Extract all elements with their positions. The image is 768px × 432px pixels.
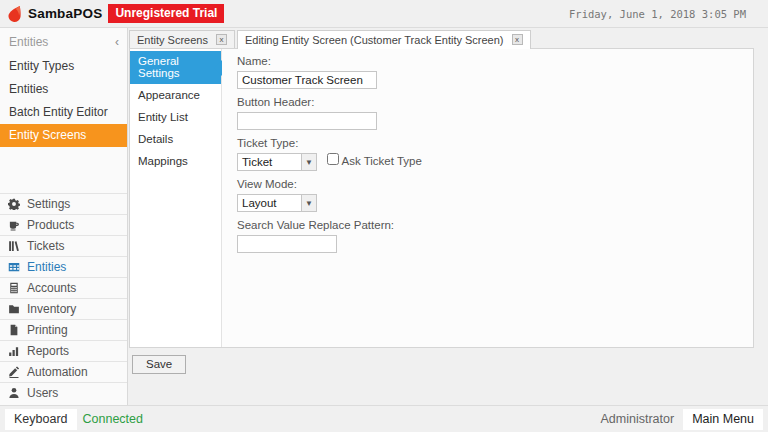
- name-label: Name:: [237, 55, 738, 67]
- ask-ticket-type-option[interactable]: Ask Ticket Type: [327, 153, 422, 167]
- sidebar-menu-label: Printing: [27, 323, 68, 337]
- general-settings-form: Name: Button Header: Ticket Type: Ticket…: [222, 49, 753, 347]
- title-bar: SambaPOS Unregistered Trial Friday, June…: [0, 0, 768, 28]
- person-icon: [8, 387, 20, 399]
- editor-nav-appearance[interactable]: Appearance: [130, 85, 221, 106]
- sidebar-menu-label: Settings: [27, 197, 70, 211]
- bar-chart-icon: [8, 345, 20, 357]
- tab-label: Editing Entity Screen (Customer Track En…: [245, 34, 504, 46]
- tab-entity-screens[interactable]: Entity Screens x: [129, 30, 235, 48]
- save-button[interactable]: Save: [132, 355, 186, 374]
- sidebar: Entities ‹ Entity Types Entities Batch E…: [0, 28, 128, 405]
- sidebar-menu-label: Products: [27, 218, 74, 232]
- sidebar-menu-accounts[interactable]: Accounts: [0, 277, 127, 298]
- tab-editing-entity-screen[interactable]: Editing Entity Screen (Customer Track En…: [237, 30, 531, 49]
- folder-icon: [8, 303, 20, 315]
- main-body: Entities ‹ Entity Types Entities Batch E…: [0, 28, 768, 405]
- editor-nav-general-settings[interactable]: General Settings: [130, 51, 221, 84]
- trial-badge: Unregistered Trial: [108, 4, 224, 23]
- sidebar-menu-users[interactable]: Users: [0, 382, 127, 403]
- ticket-type-select[interactable]: Ticket ▼: [237, 153, 317, 171]
- app-title: SambaPOS: [28, 6, 102, 21]
- editor-nav-entity-list[interactable]: Entity List: [130, 107, 221, 128]
- main-content: Entity Screens x Editing Entity Screen (…: [128, 28, 768, 405]
- ask-ticket-type-label: Ask Ticket Type: [342, 155, 422, 167]
- books-icon: [8, 240, 20, 252]
- sidebar-menu-inventory[interactable]: Inventory: [0, 298, 127, 319]
- tab-bar: Entity Screens x Editing Entity Screen (…: [129, 30, 754, 48]
- pencil-icon: [8, 366, 20, 378]
- gear-icon: [8, 198, 20, 210]
- sidebar-item-entity-screens[interactable]: Entity Screens: [0, 124, 127, 147]
- sidebar-menu-automation[interactable]: Automation: [0, 361, 127, 382]
- ask-ticket-type-checkbox[interactable]: [327, 153, 339, 165]
- app-window: SambaPOS Unregistered Trial Friday, June…: [0, 0, 768, 432]
- name-input[interactable]: [237, 71, 377, 89]
- sidebar-menu-reports[interactable]: Reports: [0, 340, 127, 361]
- sidebar-menu-entities[interactable]: Entities: [0, 256, 127, 277]
- calculator-icon: [8, 282, 20, 294]
- button-header-label: Button Header:: [237, 96, 738, 108]
- chevron-down-icon[interactable]: ▼: [301, 154, 316, 170]
- connection-status: Connected: [83, 412, 143, 426]
- sidebar-main-menu: Settings Products Tickets Entities Accou…: [0, 193, 127, 403]
- status-bar: Keyboard Connected Administrator Main Me…: [0, 405, 768, 432]
- editor-nav: General Settings Appearance Entity List …: [130, 49, 222, 347]
- view-mode-select[interactable]: Layout ▼: [237, 194, 317, 212]
- sidebar-menu-label: Accounts: [27, 281, 76, 295]
- datetime-label: Friday, June 1, 2018 3:05 PM: [569, 8, 746, 20]
- sidebar-menu-label: Users: [27, 386, 58, 400]
- sidebar-menu-label: Tickets: [27, 239, 65, 253]
- ticket-type-label: Ticket Type:: [237, 137, 738, 149]
- collapse-chevron-icon[interactable]: ‹: [115, 35, 119, 49]
- main-menu-button[interactable]: Main Menu: [683, 409, 763, 430]
- sidebar-item-entities[interactable]: Entities: [0, 78, 127, 101]
- sidebar-item-batch-entity-editor[interactable]: Batch Entity Editor: [0, 101, 127, 124]
- search-pattern-label: Search Value Replace Pattern:: [237, 219, 738, 231]
- tab-label: Entity Screens: [137, 34, 208, 46]
- chevron-down-icon[interactable]: ▼: [301, 195, 316, 211]
- keyboard-button[interactable]: Keyboard: [5, 409, 77, 430]
- close-icon[interactable]: x: [512, 34, 523, 45]
- close-icon[interactable]: x: [216, 34, 227, 45]
- sidebar-menu-products[interactable]: Products: [0, 214, 127, 235]
- sidebar-menu-settings[interactable]: Settings: [0, 193, 127, 214]
- editor-panel: General Settings Appearance Entity List …: [129, 48, 754, 348]
- editor-nav-details[interactable]: Details: [130, 129, 221, 150]
- editor-nav-mappings[interactable]: Mappings: [130, 151, 221, 172]
- cup-icon: [8, 219, 20, 231]
- sidebar-section-title: Entities: [9, 35, 48, 49]
- sidebar-item-entity-types[interactable]: Entity Types: [0, 55, 127, 78]
- save-row: Save: [129, 348, 754, 374]
- button-header-input[interactable]: [237, 112, 377, 130]
- view-mode-label: View Mode:: [237, 178, 738, 190]
- sidebar-section-header: Entities ‹: [0, 28, 127, 55]
- ticket-type-value: Ticket: [238, 154, 301, 170]
- table-icon: [8, 261, 20, 273]
- sidebar-menu-printing[interactable]: Printing: [0, 319, 127, 340]
- sambapos-logo-icon: [5, 4, 24, 23]
- sidebar-menu-label: Inventory: [27, 302, 76, 316]
- page-icon: [8, 324, 20, 336]
- sidebar-menu-label: Entities: [27, 260, 66, 274]
- sidebar-menu-tickets[interactable]: Tickets: [0, 235, 127, 256]
- sidebar-menu-label: Automation: [27, 365, 88, 379]
- view-mode-value: Layout: [238, 195, 301, 211]
- current-user-label: Administrator: [601, 412, 675, 426]
- sidebar-menu-label: Reports: [27, 344, 69, 358]
- search-pattern-input[interactable]: [237, 235, 337, 253]
